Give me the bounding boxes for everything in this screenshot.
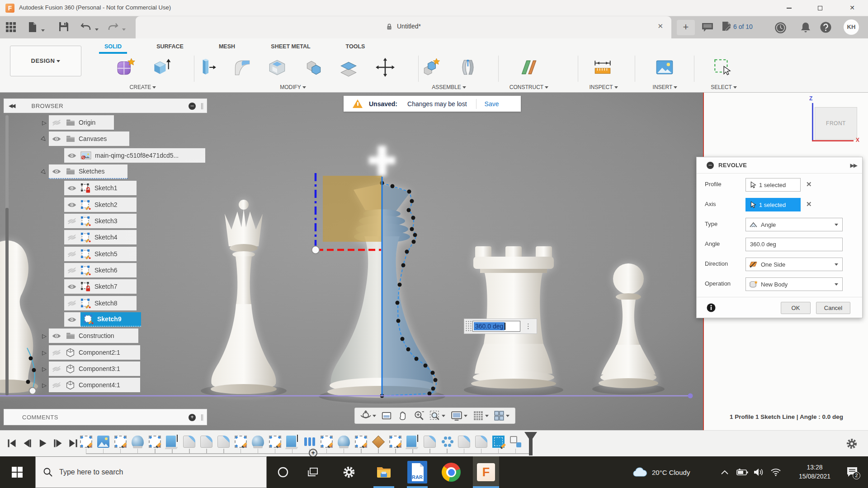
winrar-icon[interactable]: RAR <box>406 456 429 488</box>
document-tab[interactable]: Untitled* ✕ <box>136 16 671 38</box>
eye-icon[interactable] <box>67 202 77 208</box>
revolve-dialog-header[interactable]: – REVOLVE ▶▶ <box>697 157 862 174</box>
browser-row-sketch3[interactable]: Sketch3 <box>64 214 137 228</box>
battery-icon[interactable] <box>734 456 750 488</box>
browser-row-sketches[interactable]: ▷ Sketches <box>40 164 127 179</box>
timeline-item-revolve[interactable] <box>132 436 144 448</box>
browser-row-sketch8[interactable]: Sketch8 <box>64 296 137 310</box>
timeline-item-extrude[interactable] <box>286 436 296 448</box>
angle-input[interactable]: 360.0 deg <box>472 321 520 332</box>
group-modify-dropdown[interactable]: MODIFY <box>270 84 316 90</box>
timeline-item-fillet[interactable] <box>183 436 195 448</box>
tab-surface[interactable]: SURFACE <box>149 41 191 53</box>
zoom-tool[interactable] <box>414 410 425 421</box>
group-construct-dropdown[interactable]: CONSTRUCT <box>502 84 556 90</box>
timeline-item-sketch[interactable] <box>80 436 92 448</box>
timeline-item-revolve[interactable] <box>252 436 264 448</box>
browser-row-component4[interactable]: ▷ Component4:1 <box>40 378 140 392</box>
comments-panel[interactable]: COMMENTS + <box>4 409 207 425</box>
input-drag-handle[interactable] <box>465 320 472 332</box>
modify-move-button[interactable] <box>373 55 397 80</box>
timeline-item-extrude[interactable] <box>406 436 416 448</box>
group-create-dropdown[interactable]: CREATE <box>120 84 165 90</box>
timeline-item-fillet[interactable] <box>217 436 230 448</box>
browser-row-sketch1[interactable]: Sketch1 <box>64 181 137 195</box>
eye-icon[interactable] <box>52 136 61 142</box>
add-comment-icon[interactable]: + <box>189 414 196 421</box>
weather-text[interactable]: 20°C Cloudy <box>647 456 706 488</box>
save-button[interactable] <box>59 22 69 33</box>
browser-row-component3[interactable]: ▷ Component3:1 <box>40 361 140 376</box>
taskbar-search[interactable]: Type here to search <box>35 456 267 488</box>
volume-icon[interactable] <box>750 456 767 488</box>
file-menu-button[interactable] <box>28 22 45 34</box>
eye-icon[interactable] <box>67 185 77 192</box>
operation-dropdown[interactable]: New Body <box>745 277 843 291</box>
timeline-item-extrude[interactable] <box>166 436 176 448</box>
new-tab-button[interactable]: + <box>677 20 695 35</box>
comment-icon[interactable] <box>702 23 713 34</box>
timeline-play-button[interactable] <box>38 438 47 448</box>
timeline-item-circpattern[interactable] <box>441 436 453 448</box>
action-center-button[interactable]: 2 <box>846 466 858 479</box>
timeline-step-forward-button[interactable] <box>53 438 63 448</box>
chrome-icon[interactable] <box>440 456 462 488</box>
eye-off-icon[interactable] <box>52 382 61 389</box>
modify-shell-button[interactable] <box>265 55 289 80</box>
axis-select-button[interactable]: 1 selected <box>745 198 801 211</box>
wifi-icon[interactable] <box>768 456 784 488</box>
tab-tools[interactable]: TOOLS <box>340 41 371 53</box>
display-settings-tool[interactable] <box>451 410 467 421</box>
more-options-icon[interactable]: ⋮ <box>525 322 532 330</box>
expand-icon[interactable]: ▷ <box>40 333 49 339</box>
expand-icon[interactable]: ▷ <box>39 133 50 145</box>
create-form-button[interactable] <box>114 55 138 80</box>
browser-row-sketch4[interactable]: Sketch4 <box>64 230 137 244</box>
timeline-step-back-button[interactable] <box>22 438 32 448</box>
timeline-item-plane[interactable] <box>372 436 384 448</box>
avatar[interactable]: KH <box>844 19 859 35</box>
insert-canvas-button[interactable] <box>653 55 676 80</box>
timeline-settings-gear-icon[interactable] <box>845 437 858 450</box>
undo-button[interactable] <box>80 22 99 33</box>
timeline-item-component[interactable] <box>509 436 522 448</box>
browser-row-component2[interactable]: ▷ Component2:1 <box>40 345 140 360</box>
timeline-item-rectpattern[interactable] <box>303 436 316 448</box>
viewports-tool[interactable] <box>494 410 509 421</box>
job-status-icon[interactable] <box>722 21 732 35</box>
fusion360-taskbar-tile[interactable]: F <box>473 456 499 488</box>
angle-value-input[interactable]: 360.0 deg <box>745 238 843 251</box>
browser-row-sketch5[interactable]: Sketch5 <box>64 247 137 261</box>
file-explorer-icon[interactable] <box>373 456 394 488</box>
save-link[interactable]: Save <box>485 100 499 108</box>
tab-close-icon[interactable]: ✕ <box>657 22 663 30</box>
ground-line-endpoint[interactable] <box>688 394 693 399</box>
browser-row-sketch7[interactable]: Sketch7 <box>64 279 137 294</box>
expand-icon[interactable]: ▷ <box>40 366 49 372</box>
expand-icon[interactable]: ▷ <box>40 119 49 126</box>
expand-icon[interactable]: ▷ <box>40 349 49 356</box>
timeline-item-fillet[interactable] <box>475 436 487 448</box>
minimize-button[interactable] <box>778 0 799 16</box>
timeline-item-fillet[interactable] <box>424 436 436 448</box>
eye-off-icon[interactable] <box>52 366 61 372</box>
browser-row-canvases[interactable]: ▷ Canvases <box>40 131 129 146</box>
design-workspace-dropdown[interactable]: DESIGN <box>10 46 81 76</box>
modify-press-pull-button[interactable] <box>196 55 219 80</box>
timeline-go-to-end-button[interactable] <box>68 438 78 448</box>
settings-app-icon[interactable] <box>339 456 359 488</box>
construct-plane-button[interactable] <box>517 55 540 80</box>
profile-select-button[interactable]: 1 selected <box>745 178 801 192</box>
inspect-measure-button[interactable] <box>591 55 614 80</box>
clock-block[interactable]: 13:28 15/08/2021 <box>788 463 842 481</box>
look-at-tool[interactable] <box>381 410 392 421</box>
create-extrude-button[interactable] <box>149 55 173 80</box>
group-select-dropdown[interactable]: SELECT <box>702 84 745 90</box>
assemble-joint-button[interactable] <box>456 55 480 80</box>
timeline-item-revolve[interactable] <box>338 436 350 448</box>
help-icon[interactable] <box>820 22 831 35</box>
eye-off-icon[interactable] <box>67 234 77 241</box>
axis-clear-icon[interactable]: ✕ <box>806 200 812 208</box>
collapse-panel-icon[interactable]: ◀◀ <box>9 103 14 109</box>
timeline-item-sketch[interactable] <box>235 436 247 448</box>
